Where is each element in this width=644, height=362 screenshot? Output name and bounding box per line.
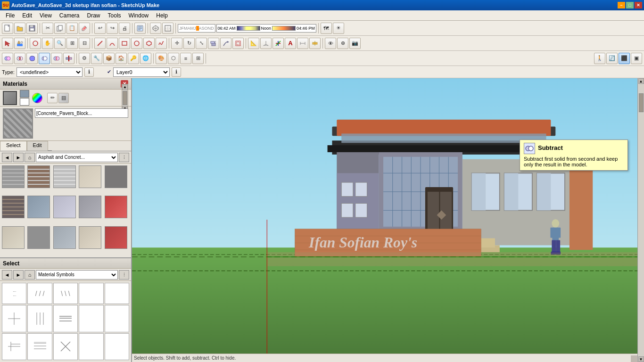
walk-button[interactable]: 🚶	[594, 53, 605, 64]
ext6-button[interactable]: 🌐	[140, 53, 151, 64]
symbols-category-select[interactable]: Material Symbols	[36, 270, 118, 280]
redo-button[interactable]: ↪	[107, 23, 118, 34]
sym-cell-14[interactable]	[105, 333, 129, 360]
tape-measure-tool[interactable]: 📐	[248, 38, 259, 49]
freehand-tool[interactable]	[156, 38, 167, 49]
vscroll-up[interactable]: ▲	[638, 78, 644, 84]
menu-camera[interactable]: Camera	[56, 11, 83, 20]
ext3-button[interactable]: 📦	[103, 53, 115, 64]
scroll-up-arrow[interactable]: ▲	[122, 84, 128, 90]
outliner-button[interactable]: ⊞	[192, 53, 204, 64]
menu-view[interactable]: View	[36, 11, 56, 20]
mat-cell-4[interactable]	[105, 165, 127, 188]
sym-back-button[interactable]	[2, 270, 12, 280]
sym-cell-9[interactable]	[105, 305, 129, 332]
mat-cell-1[interactable]	[27, 165, 50, 188]
type-selector[interactable]: <undefined>	[17, 67, 83, 77]
ext4-button[interactable]: 🏠	[116, 53, 127, 64]
menu-window[interactable]: Window	[125, 11, 153, 20]
sym-cell-7[interactable]	[53, 305, 78, 332]
background-color[interactable]	[20, 98, 29, 106]
paint-bucket-tool[interactable]	[14, 38, 25, 49]
mat-forward-button[interactable]	[13, 153, 24, 162]
pushpull-tool[interactable]	[208, 38, 219, 49]
solid-tools-button[interactable]: ⬛	[619, 53, 630, 64]
model-info-button[interactable]	[134, 23, 146, 34]
layers-button[interactable]: ≡	[180, 53, 191, 64]
look-around-button[interactable]: ⊕	[337, 38, 348, 49]
tab-select[interactable]: Select	[0, 141, 27, 151]
layer-selector[interactable]: Layer0	[113, 67, 170, 77]
material-category-select[interactable]: Asphalt and Concret...	[36, 153, 118, 162]
ext1-button[interactable]: ⚙	[79, 53, 90, 64]
scroll-thumb[interactable]	[123, 91, 127, 105]
polygon-tool[interactable]	[143, 38, 155, 49]
ext2-button[interactable]: 🔧	[91, 53, 102, 64]
sym-cell-5[interactable]	[2, 305, 26, 332]
turntable-button[interactable]: 🔄	[606, 53, 618, 64]
sym-cell-8[interactable]	[79, 305, 103, 332]
mat-cell-13[interactable]	[79, 226, 101, 249]
window-controls[interactable]: − □ ✕	[618, 2, 642, 8]
mat-cell-5[interactable]	[2, 196, 25, 218]
sym-home-button[interactable]	[25, 270, 35, 280]
arc-tool[interactable]	[107, 38, 118, 49]
union-button[interactable]	[26, 53, 38, 64]
menu-file[interactable]: File	[2, 11, 18, 20]
scale-tool[interactable]: ⤡	[196, 38, 207, 49]
top-view-button[interactable]	[162, 23, 173, 34]
erase-button[interactable]	[79, 23, 90, 34]
position-camera-button[interactable]: 📷	[349, 38, 361, 49]
menu-edit[interactable]: Edit	[18, 11, 36, 20]
pan-tool[interactable]: ✋	[42, 38, 53, 49]
active-color-swatch[interactable]	[3, 91, 17, 105]
mat-cell-2[interactable]	[53, 165, 76, 188]
vscroll-thumb[interactable]	[639, 93, 644, 112]
menu-help[interactable]: Help	[152, 11, 172, 20]
viewport-scrollbar-v[interactable]: ▲ ▼	[637, 78, 644, 362]
sym-cell-3[interactable]	[79, 283, 103, 304]
minimize-button[interactable]: −	[618, 2, 625, 8]
color-wheel[interactable]	[32, 93, 42, 103]
foreground-color[interactable]	[20, 90, 29, 98]
mat-cell-10[interactable]	[2, 226, 25, 249]
mat-options-button[interactable]: ⋮	[119, 153, 129, 162]
offset-tool[interactable]	[232, 38, 244, 49]
mat-home-button[interactable]	[25, 153, 35, 162]
walkthrough-button[interactable]: 👁	[325, 38, 336, 49]
type-info-btn[interactable]: ℹ	[84, 67, 94, 77]
new-button[interactable]	[2, 23, 13, 34]
sym-cell-12[interactable]	[53, 333, 78, 360]
trim-button[interactable]	[51, 53, 62, 64]
intersect-button[interactable]	[14, 53, 25, 64]
mat-cell-9[interactable]	[105, 196, 127, 218]
subtract-button[interactable]	[39, 53, 50, 64]
vscroll-down[interactable]: ▼	[638, 356, 644, 362]
sym-cell-4[interactable]	[105, 283, 129, 304]
viewport[interactable]: Ifan Sofian Roy's	[132, 78, 637, 362]
menu-tools[interactable]: Tools	[104, 11, 125, 20]
resize-handle[interactable]	[631, 355, 637, 362]
mat-cell-0[interactable]	[2, 165, 25, 188]
mat-cell-6[interactable]	[27, 196, 50, 218]
dim-tool[interactable]	[297, 38, 308, 49]
select-tool[interactable]	[2, 38, 13, 49]
sym-cell-0[interactable]: · · ·· · ·	[2, 283, 26, 304]
outer-shell-button[interactable]	[2, 53, 13, 64]
menu-draw[interactable]: Draw	[83, 11, 104, 20]
split-button[interactable]	[63, 53, 74, 64]
list-scroll-btn[interactable]: ▤	[58, 93, 69, 103]
styles-button[interactable]: 🎨	[156, 53, 167, 64]
sym-cell-1[interactable]: / / /	[27, 283, 52, 304]
ext5-button[interactable]: 🔑	[128, 53, 139, 64]
circle-tool[interactable]	[131, 38, 142, 49]
line-tool[interactable]	[94, 38, 106, 49]
mat-cell-8[interactable]	[79, 196, 101, 218]
move-tool[interactable]: ✛	[171, 38, 182, 49]
orbit-tool[interactable]	[30, 38, 41, 49]
mat-cell-14[interactable]	[105, 226, 127, 249]
mat-cell-7[interactable]	[53, 196, 76, 218]
save-button[interactable]	[26, 23, 38, 34]
components-button[interactable]: ⬡	[168, 53, 179, 64]
mat-cell-12[interactable]	[53, 226, 76, 249]
